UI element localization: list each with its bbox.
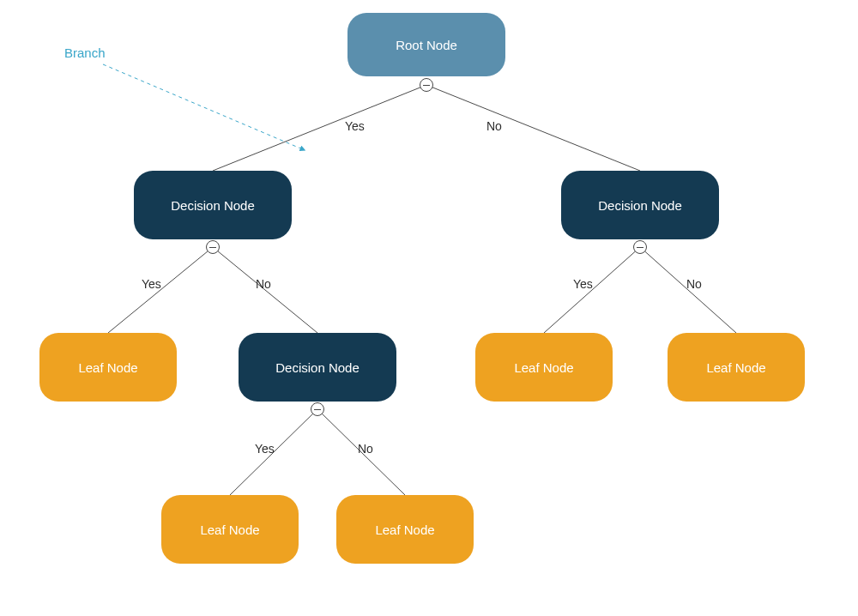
collapse-icon[interactable] xyxy=(311,402,324,416)
edge-label-dec2-no: No xyxy=(686,277,702,291)
leaf-node[interactable]: Leaf Node xyxy=(39,333,177,402)
collapse-icon[interactable] xyxy=(206,240,220,254)
leaf-node[interactable]: Leaf Node xyxy=(336,495,474,564)
branch-annotation-arrow xyxy=(103,64,305,150)
collapse-icon[interactable] xyxy=(633,240,647,254)
edge-label-root-no: No xyxy=(486,119,502,133)
decision-tree-diagram: Yes No Yes No Yes No Yes No Branch Root … xyxy=(0,0,858,616)
leaf-node[interactable]: Leaf Node xyxy=(475,333,613,402)
decision-node-lc[interactable]: Decision Node xyxy=(239,333,396,402)
collapse-icon[interactable] xyxy=(420,78,433,92)
edge-dec2-leaf5 xyxy=(640,247,736,333)
leaf-node[interactable]: Leaf Node xyxy=(161,495,299,564)
edge-dec1-dec3 xyxy=(213,247,317,333)
edge-label-dec1-no: No xyxy=(256,277,271,291)
edge-root-dec2 xyxy=(426,85,640,171)
edge-dec3-leaf2 xyxy=(230,409,317,495)
decision-node-r[interactable]: Decision Node xyxy=(561,171,719,239)
edge-label-dec1-yes: Yes xyxy=(142,277,161,291)
edge-label-dec3-no: No xyxy=(358,442,373,456)
edge-dec3-leaf3 xyxy=(317,409,405,495)
root-node[interactable]: Root Node xyxy=(347,13,505,76)
edge-dec2-leaf4 xyxy=(544,247,640,333)
edge-dec1-leaf1 xyxy=(108,247,213,333)
decision-node-l[interactable]: Decision Node xyxy=(134,171,292,239)
edge-label-root-yes: Yes xyxy=(345,119,365,133)
branch-annotation-label: Branch xyxy=(64,45,106,60)
edge-label-dec2-yes: Yes xyxy=(573,277,593,291)
edge-label-dec3-yes: Yes xyxy=(255,442,275,456)
edge-root-dec1 xyxy=(213,85,426,171)
leaf-node[interactable]: Leaf Node xyxy=(668,333,805,402)
